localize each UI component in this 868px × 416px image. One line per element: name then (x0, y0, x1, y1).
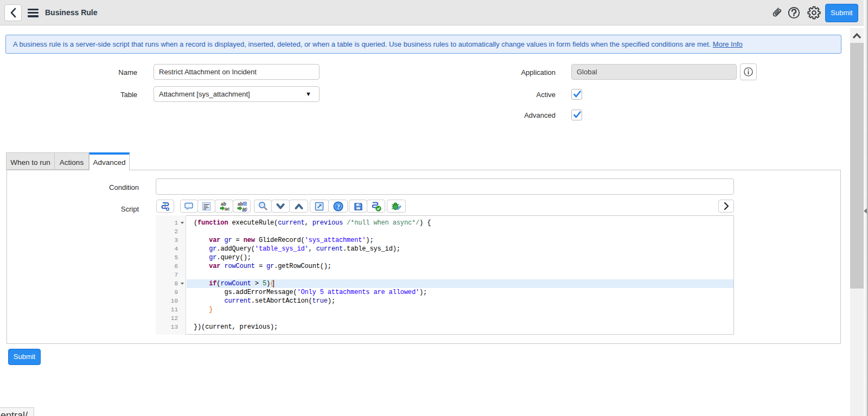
svg-text:?: ? (337, 203, 340, 210)
svg-text:ac: ac (225, 206, 229, 212)
